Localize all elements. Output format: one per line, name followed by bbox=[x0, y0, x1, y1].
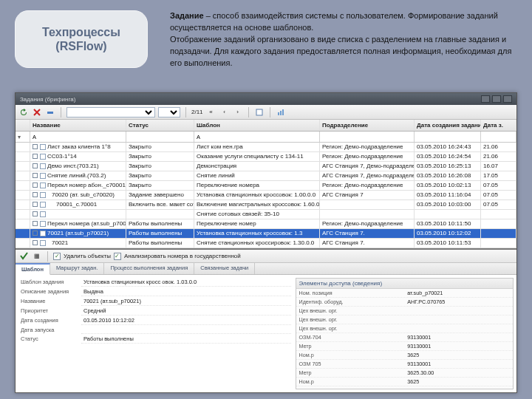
filter-date-input[interactable] bbox=[483, 134, 514, 140]
field-value[interactable] bbox=[81, 326, 291, 334]
filter-funnel-icon[interactable]: ▾ bbox=[18, 134, 21, 140]
close-button[interactable] bbox=[503, 95, 512, 103]
filter-select-2[interactable] bbox=[158, 107, 180, 117]
cell bbox=[16, 181, 30, 190]
field-value[interactable]: Установка станционных кросс овок. 1.03.0… bbox=[81, 278, 291, 287]
cell: Работы выполнены bbox=[126, 229, 194, 238]
expand-icon[interactable] bbox=[33, 154, 38, 159]
table-row[interactable]: Снятие линий.(703.2)ЗакрытоСнятие линийА… bbox=[16, 171, 516, 181]
aux-key: Метр bbox=[296, 369, 405, 377]
table-row[interactable]: Снятие сотовых связей: 35-10 bbox=[16, 210, 516, 219]
tab-linked[interactable]: Связанные задачи bbox=[194, 263, 255, 274]
field-value[interactable]: 03.05.2010 10:12:02 bbox=[81, 316, 291, 325]
field-value[interactable]: Средний bbox=[81, 307, 291, 316]
delete-button[interactable] bbox=[32, 107, 42, 117]
filter-status-input[interactable] bbox=[129, 134, 191, 140]
table-row[interactable]: 70001_c.70001Включить все. макет сотовых… bbox=[16, 200, 516, 210]
expand-icon[interactable] bbox=[33, 231, 38, 236]
tab-process[interactable]: Процесс выполнения задания bbox=[104, 263, 194, 274]
cell bbox=[481, 239, 516, 248]
cell bbox=[320, 200, 415, 209]
app-titlebar[interactable]: Задания (брифинга) bbox=[16, 93, 516, 105]
cell: 70021 (ат.sub_p70021) bbox=[30, 229, 126, 238]
col-dept[interactable]: Подразделение bbox=[320, 120, 415, 131]
detail-pane: ▦ ✓ Удалить объекты ✓ Анализировать номе… bbox=[16, 250, 516, 392]
action-button-1[interactable] bbox=[45, 107, 55, 117]
col-created[interactable]: Дата создания задания bbox=[415, 120, 481, 131]
title-card: Техпроцессы (RSFlow) bbox=[15, 10, 148, 68]
export-button[interactable] bbox=[254, 107, 265, 117]
expand-icon[interactable] bbox=[33, 221, 38, 226]
cell: Закрыто bbox=[126, 152, 194, 161]
table-row[interactable]: Перекл номер абон._c70001ЗакрытоПереключ… bbox=[16, 181, 516, 191]
nav-first-button[interactable]: « bbox=[206, 107, 216, 117]
cell: 16.07 bbox=[481, 162, 516, 171]
cell: 03.05.2010 10:11:50 bbox=[415, 219, 481, 228]
checkbox-2[interactable]: ✓ bbox=[114, 253, 121, 260]
chart-button[interactable] bbox=[276, 107, 286, 117]
cell: Установка станционных кроссовок: 1.00.0.… bbox=[194, 191, 320, 200]
field-value[interactable]: Выдача bbox=[81, 287, 291, 296]
filter-select-1[interactable] bbox=[66, 107, 155, 117]
col-status[interactable]: Статус bbox=[126, 120, 194, 131]
apply-button[interactable] bbox=[18, 251, 29, 262]
expand-icon[interactable] bbox=[33, 173, 38, 178]
filter-created-input[interactable] bbox=[417, 134, 478, 140]
table-row[interactable]: 70020 (ат. sub_c70020)Задание завершеноУ… bbox=[16, 191, 516, 200]
expand-icon[interactable] bbox=[33, 202, 38, 207]
table-row[interactable]: Демо инст.(703.21)ЗакрытоДемонстрацияАГС… bbox=[16, 162, 516, 171]
title-text: Техпроцессы (RSFlow) bbox=[42, 25, 120, 53]
nav-next-button[interactable]: › bbox=[233, 107, 243, 117]
maximize-button[interactable] bbox=[492, 95, 501, 103]
col-template[interactable]: Шаблон bbox=[194, 120, 320, 131]
minimize-button[interactable] bbox=[481, 95, 490, 103]
filter-template-input[interactable] bbox=[197, 134, 317, 140]
filter-dept-input[interactable] bbox=[322, 134, 412, 140]
cell bbox=[16, 143, 30, 151]
aux-key: Цех внешн. орг. bbox=[296, 316, 405, 324]
expand-icon[interactable] bbox=[33, 144, 38, 149]
cell bbox=[481, 219, 516, 228]
table-row[interactable]: Лист заказ клиента 1°8ЗакрытоЛист ком не… bbox=[16, 143, 516, 152]
table-row[interactable]: СС03-1°14ЗакрытоОказание услуги специали… bbox=[16, 152, 516, 162]
aux-value: 93130001 bbox=[404, 360, 513, 368]
expand-icon[interactable] bbox=[33, 183, 38, 188]
cell: 70021 bbox=[30, 239, 126, 248]
cell: Демо инст.(703.21) bbox=[30, 162, 126, 171]
expand-icon[interactable] bbox=[33, 211, 38, 216]
cell: АГС Станция 7, Демо-подразделение bbox=[320, 171, 415, 180]
cell bbox=[16, 219, 30, 228]
checkbox-1[interactable]: ✓ bbox=[53, 253, 61, 260]
table-row[interactable]: 70021Работы выполненыСнятие станционных … bbox=[16, 239, 516, 248]
detail-field: Шаблон заданияУстановка станционных крос… bbox=[18, 278, 291, 287]
col-name[interactable]: Название bbox=[30, 120, 126, 131]
table-row[interactable]: Перекл номера (ат.sub_p700)Работы выполн… bbox=[16, 219, 516, 229]
filter-name-input[interactable] bbox=[33, 134, 123, 140]
main-toolbar: 2/11 « ‹ › bbox=[16, 105, 516, 120]
refresh-button[interactable] bbox=[18, 107, 29, 117]
col-date[interactable]: Дата з. bbox=[481, 120, 516, 131]
cell: 03.05.2010 16:24:43 bbox=[415, 143, 481, 151]
aux-row: Идентиф. оборуд.АНГ.РС.070765 bbox=[296, 298, 514, 307]
action-button-2[interactable]: ▦ bbox=[32, 251, 42, 262]
aux-key: Метр bbox=[296, 342, 405, 350]
expand-icon[interactable] bbox=[33, 163, 38, 168]
aux-key: Ном.р bbox=[296, 378, 405, 386]
cell: 03.05.2010 10:03:00 bbox=[415, 200, 481, 209]
expand-icon[interactable] bbox=[33, 240, 38, 245]
cell bbox=[16, 200, 30, 209]
cell: Снятие линий bbox=[194, 171, 320, 180]
nav-prev-button[interactable]: ‹ bbox=[219, 107, 230, 117]
cell: Лист ком нен.гра bbox=[194, 143, 320, 151]
expand-icon[interactable] bbox=[33, 192, 38, 197]
aux-value: 3625 bbox=[404, 378, 513, 386]
tab-template[interactable]: Шаблон bbox=[16, 263, 50, 275]
svg-rect-4 bbox=[282, 109, 284, 115]
tab-route[interactable]: Маршрут задан. bbox=[50, 263, 104, 274]
field-value[interactable]: 70021 (ат.sub_p70021) bbox=[81, 297, 291, 306]
cell: Лист заказ клиента 1°8 bbox=[30, 143, 126, 151]
field-value[interactable]: Работы выполнены bbox=[81, 335, 291, 344]
detail-field: ПриоритетСредний bbox=[18, 307, 291, 316]
table-row[interactable]: 70021 (ат.sub_p70021)Работы выполненыУст… bbox=[16, 229, 516, 239]
cell bbox=[481, 210, 516, 219]
